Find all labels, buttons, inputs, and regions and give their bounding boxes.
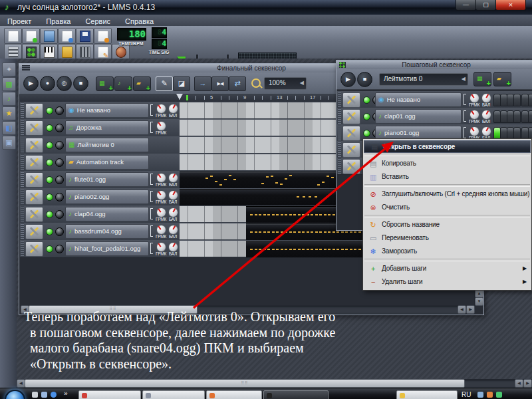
pattern-cell[interactable] [296,102,305,118]
bb-add-sample-track-button[interactable]: ▰+ [493,72,511,86]
pattern-cell[interactable] [263,154,271,170]
track-grip[interactable] [21,223,24,239]
zoom-select[interactable]: 100%◀ [264,77,307,90]
open-recent-button[interactable] [40,28,58,44]
track-actions-button[interactable] [25,224,43,239]
track-name-plate[interactable]: ♪clap04.ogg [65,207,149,221]
pattern-cell[interactable] [263,137,271,153]
pattern-cell[interactable] [180,223,188,239]
track-actions-button[interactable] [342,142,360,158]
pattern-cell[interactable] [238,206,247,222]
start-button[interactable] [5,390,25,399]
track-grip[interactable] [21,206,24,221]
pattern-cell[interactable] [180,102,188,118]
pattern-cell[interactable] [313,102,321,118]
track-actions-button[interactable] [25,155,43,170]
track-grip[interactable] [21,102,24,118]
add-sample-track-button[interactable]: ♪+ [114,76,132,91]
pattern-cell[interactable] [188,206,197,222]
pattern-cell[interactable] [313,137,321,153]
pattern-cell[interactable] [180,137,188,153]
volume-knob[interactable] [156,242,166,252]
pattern-cell[interactable] [279,154,288,170]
sidebar-root-button[interactable]: ▣ [2,136,16,150]
track-grip[interactable] [21,241,24,256]
pattern-cell[interactable] [205,241,213,257]
quicklaunch-icon[interactable] [51,392,57,398]
song-vscroll-down-button[interactable]: ▼ [475,297,483,306]
pattern-cell[interactable] [180,241,188,257]
pattern-cell[interactable] [221,120,230,136]
save-project-button[interactable] [76,28,94,44]
track-actions-button[interactable] [25,207,43,222]
close-button[interactable]: × [495,0,526,11]
behaviour-button[interactable]: → [194,76,211,91]
sidebar-samples-button[interactable]: ▦ [2,77,16,91]
balance-knob[interactable] [168,173,178,183]
pattern-cell[interactable] [321,120,330,136]
track-mute-led[interactable] [46,194,53,201]
pattern-cell[interactable] [271,137,280,153]
pattern-cell[interactable] [238,120,247,136]
pattern-cell[interactable] [279,137,288,153]
volume-knob[interactable] [469,93,479,103]
tray-icon[interactable] [496,392,502,398]
balance-knob[interactable] [168,207,178,217]
pattern-cell[interactable] [263,120,271,136]
pattern-cell[interactable] [205,206,213,222]
track-actions-button[interactable] [342,126,360,141]
pattern-cell[interactable] [238,102,247,118]
pattern-cell[interactable] [305,154,313,170]
pattern-cell[interactable] [313,154,321,170]
pattern-cell[interactable] [221,137,230,153]
balance-knob[interactable] [168,190,178,200]
pattern-cell[interactable] [213,137,221,153]
menubar-item-2[interactable]: Правка [39,16,78,25]
track-solo-knob[interactable] [55,176,64,184]
pattern-cell[interactable] [221,241,230,257]
context-menu-item[interactable]: ▤Копировать [363,157,531,170]
pattern-cell[interactable] [305,102,313,118]
pattern-cell[interactable] [229,120,238,136]
workspace-hscroll-thumb[interactable]: ⠿⠿ [25,379,465,388]
track-grip[interactable] [338,108,341,124]
track-name-plate[interactable]: ▦Лейтмотив 0 [65,138,149,152]
pattern-cell[interactable] [196,120,205,136]
sidebar-computer-button[interactable]: ◧ [2,121,16,135]
menubar-item-1[interactable]: Проект [0,16,39,25]
context-menu-item[interactable]: ▦Открыть в секвенсоре [364,140,531,153]
tempo-lcd[interactable]: 180 [117,28,146,41]
pattern-cell[interactable] [221,154,230,170]
quicklaunch-icon[interactable] [32,392,38,398]
pattern-cell[interactable] [238,241,247,257]
maximize-button[interactable]: ▢ [475,0,496,11]
step-cell[interactable] [513,110,521,123]
pattern-cell[interactable] [305,137,313,153]
balance-knob[interactable] [168,225,178,235]
quicklaunch-chevron[interactable]: » [64,390,68,397]
language-indicator[interactable]: RU [462,391,471,398]
pattern-cell[interactable] [180,206,188,222]
track-mute-led[interactable] [46,176,53,184]
quicklaunch-icon[interactable] [41,392,47,398]
pattern-cell[interactable] [205,223,213,239]
pattern-cell[interactable] [196,154,205,170]
track-solo-knob[interactable] [55,141,64,150]
song-hscroll-leftstep-button[interactable]: ◀ [458,305,466,314]
scroll-mode-button[interactable]: ⇄ [229,76,246,91]
edit-mode-button[interactable]: ◪ [173,76,190,91]
context-menu-item[interactable]: ▥Вставить [363,170,531,184]
workspace-hscroll-right-button[interactable]: ▶ [523,379,532,388]
pattern-cell[interactable] [296,154,305,170]
pattern-cell[interactable] [288,154,297,170]
minimize-button[interactable]: — [456,0,476,11]
pattern-cell[interactable] [279,102,288,118]
workspace-hscroll-leftstep-button[interactable]: ◀ [515,379,523,388]
draw-mode-button[interactable]: ✎ [156,76,173,91]
pattern-cell[interactable] [246,120,255,136]
pattern-cell[interactable] [229,241,238,257]
sidebar-presets-button[interactable]: ♪ [2,92,16,106]
piano-roll-button[interactable] [40,44,58,60]
play-button[interactable]: ▶ [23,76,39,91]
step-cell[interactable] [528,110,532,123]
